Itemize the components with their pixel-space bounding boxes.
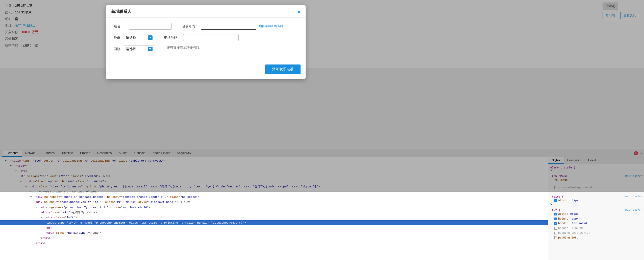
modal-row-3: 国籍 请选择 还可直接添加转接号哦！ — [114, 46, 298, 52]
name-input[interactable] — [129, 23, 172, 30]
add-contact-modal: 新增联系人 × 姓名： 电话号码： 如何添加正确号码 身份 请选择 — [106, 5, 306, 79]
phone1-field: 电话号码： 如何添加正确号码 — [182, 23, 283, 30]
txt-padding-left-checkbox[interactable] — [554, 236, 557, 239]
html-line: <span class="ng-binding"></span> — [0, 230, 548, 235]
hint-text: 还可直接添加转接号哦！ — [167, 46, 203, 50]
expand-arrow[interactable]: ▼ — [40, 216, 43, 219]
tt160-selector: .tt160 { — [550, 195, 564, 198]
txt-width-checkbox[interactable] — [554, 213, 557, 215]
txt-border-checkbox[interactable] — [554, 222, 557, 225]
html-line: ▼ <div class="left"> — [0, 215, 548, 220]
modal-row-1: 姓名： 电话号码： 如何添加正确号码 — [114, 23, 298, 30]
tt160-width-checkbox[interactable] — [554, 199, 557, 202]
tt160-file-link[interactable]: main.css?v= — [625, 195, 642, 198]
phone2-label: 电话号码： — [164, 35, 181, 40]
identity-field: 身份 请选择 — [114, 34, 154, 41]
html-line: <div class="left">电话号码：</div> — [0, 210, 548, 215]
modal-overlay — [0, 0, 644, 192]
phone2-input[interactable] — [183, 34, 239, 41]
html-line: </div> — [0, 236, 548, 241]
phone2-field: 电话号码： — [164, 34, 239, 41]
phone1-label: 电话号码： — [182, 24, 198, 29]
phone1-input[interactable] — [201, 23, 256, 30]
how-to-add-link[interactable]: 如何添加正确号码 — [259, 24, 283, 28]
modal-title: 新增联系人 — [111, 9, 131, 14]
txt-height2-checkbox[interactable] — [554, 227, 557, 230]
add-contact-button[interactable]: 添加联系电话 — [265, 64, 301, 74]
styles-prop-txt-border: border: 1px solid — [550, 221, 642, 226]
html-line-selected[interactable]: <input type="text" ng-model="phone.phone… — [0, 220, 548, 225]
expand-arrow[interactable]: ▼ — [30, 195, 33, 198]
html-line: <br> — [0, 225, 548, 230]
txt-height-checkbox[interactable] — [554, 218, 557, 220]
modal-header: 新增联系人 × — [106, 5, 306, 18]
nationality-label: 国籍 — [114, 47, 121, 51]
html-line: ▼ <div ng-repeat="phone in contact.phone… — [0, 194, 548, 200]
styles-prop-tt160-width: width: 158px; — [550, 198, 642, 203]
modal-close-button[interactable]: × — [298, 9, 301, 14]
html-line: ▼ <div ng-show="phone.phoneType == 'tel'… — [0, 205, 548, 210]
styles-prop-txt-padding-left: padding-left: — [550, 235, 642, 240]
modal-footer: 添加联系电话 — [106, 62, 306, 79]
styles-rule-tt160: .tt160 { main.css?v= width: 158px; } — [550, 195, 642, 206]
styles-prop-txt-padding-top: padding-top: 3px×9; — [550, 231, 642, 235]
nationality-field: 国籍 请选择 — [114, 46, 154, 52]
id-select[interactable]: 请选择 — [124, 34, 154, 41]
modal-body: 姓名： 电话号码： 如何添加正确号码 身份 请选择 电话号 — [106, 18, 306, 62]
id-select-wrapper: 请选择 — [124, 34, 154, 41]
nationality-select-wrapper: 请选择 — [124, 46, 154, 52]
id-label: 身份 — [114, 35, 121, 40]
styles-prop-txt-height2: height: 16px×9; — [550, 226, 642, 231]
txt-file-link[interactable]: main.css?v= — [625, 209, 642, 211]
html-line: </div> — [0, 241, 548, 246]
name-field: 姓名： — [114, 23, 172, 30]
styles-prop-txt-height: height: 19px; — [550, 216, 642, 221]
txt-selector: .txt { — [550, 209, 560, 212]
modal-row-2: 身份 请选择 电话号码： — [114, 34, 298, 41]
styles-rule-txt: .txt { main.css?v= width: 95px; height: … — [550, 209, 642, 240]
txt-padding-top-checkbox[interactable] — [554, 232, 557, 234]
nationality-select[interactable]: 请选择 — [124, 46, 154, 52]
expand-arrow[interactable]: ▼ — [35, 206, 38, 209]
styles-prop-txt-width: width: 95px; — [550, 212, 642, 216]
name-label: 姓名： — [114, 24, 126, 29]
html-line: <div ng-show="phone.phoneType != 'tel'" … — [0, 200, 548, 205]
